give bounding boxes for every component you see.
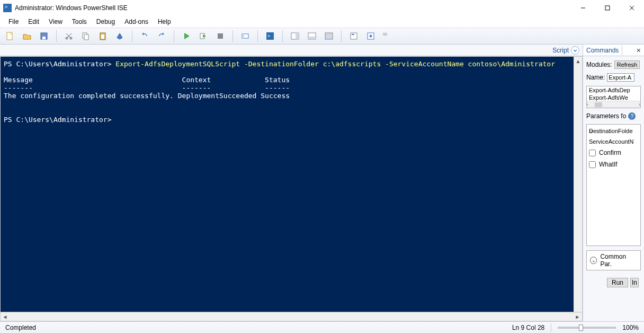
script-tab-label[interactable]: Script (552, 47, 569, 54)
svg-rect-17 (218, 33, 223, 39)
save-icon[interactable] (39, 31, 49, 41)
close-button[interactable] (620, 0, 644, 16)
menu-help[interactable]: Help (154, 17, 175, 27)
refresh-button[interactable]: Refresh (614, 60, 640, 69)
menu-edit[interactable]: Edit (24, 17, 43, 27)
name-label: Name: (586, 74, 605, 81)
console-output[interactable]: PS C:\Users\Administrator> Export-AdfsDe… (0, 56, 574, 312)
menu-addons[interactable]: Add-ons (120, 17, 153, 27)
svg-text:>: > (267, 33, 270, 39)
console-prompt: PS C:\Users\Administrator> (4, 60, 115, 68)
undo-icon[interactable] (140, 31, 149, 41)
zoom-level: 100% (622, 324, 639, 331)
powershell-console-icon[interactable]: > (265, 31, 275, 41)
stop-icon[interactable] (216, 31, 225, 41)
common-parameters-toggle[interactable]: ⌄ Common Par. (586, 250, 641, 270)
layout-right-icon[interactable] (290, 31, 300, 41)
new-icon[interactable] (5, 31, 15, 41)
status-text: Completed (5, 324, 36, 331)
main-pane: Script PS C:\Users\Administrator> Export… (0, 45, 583, 321)
svg-marker-14 (184, 33, 190, 39)
col-header-message: Message (4, 76, 33, 84)
command-list-scrollbar[interactable]: ‹› (587, 101, 640, 108)
run-button[interactable]: Run (607, 278, 628, 287)
confirm-checkbox[interactable]: Confirm (589, 149, 638, 156)
menu-bar: File Edit View Tools Debug Add-ons Help (0, 16, 644, 28)
vertical-scrollbar[interactable]: ▲ (574, 56, 583, 312)
svg-rect-11 (84, 34, 88, 40)
result-message: The configuration completed successfully… (4, 92, 174, 100)
script-tab-strip: Script (0, 45, 583, 56)
insert-button[interactable]: In (630, 278, 639, 287)
list-item[interactable]: Export-AdfsDep (587, 86, 640, 94)
modules-label: Modules: (586, 61, 612, 68)
svg-rect-26 (325, 33, 333, 39)
title-bar: Administrator: Windows PowerShell ISE (0, 0, 644, 16)
minimize-button[interactable] (571, 0, 595, 16)
menu-view[interactable]: View (44, 17, 67, 27)
svg-rect-7 (42, 37, 46, 39)
cursor-position: Ln 9 Col 28 (512, 324, 544, 331)
svg-rect-27 (351, 33, 357, 39)
parameters-box: DestinationFolde ServiceAccountN Confirm… (586, 124, 641, 246)
paste-icon[interactable] (98, 31, 108, 41)
powershell-icon (3, 4, 12, 12)
commands-pane: Commands × Modules: Refresh Name: Export… (583, 45, 644, 321)
cut-icon[interactable] (64, 31, 74, 41)
menu-tools[interactable]: Tools (68, 17, 91, 27)
svg-rect-1 (605, 6, 610, 10)
param-scrollbar[interactable]: ‹› (589, 128, 593, 134)
scroll-up-icon[interactable]: ▲ (574, 57, 582, 66)
run-selection-icon[interactable] (199, 31, 208, 41)
show-command-addon-icon[interactable] (366, 31, 375, 41)
show-command-icon[interactable] (349, 31, 359, 41)
zoom-slider[interactable] (558, 327, 616, 329)
svg-rect-18 (242, 34, 248, 38)
menu-debug[interactable]: Debug (92, 17, 119, 27)
clear-icon[interactable] (115, 31, 124, 41)
svg-point-19 (243, 36, 244, 37)
open-icon[interactable] (22, 31, 32, 41)
console-command: Export-AdfsDeploymentSQLScript -Destinat… (115, 60, 555, 68)
commands-body: Modules: Refresh Name: Export-AdfsDep Ex… (583, 56, 644, 321)
expand-script-icon[interactable] (571, 46, 579, 55)
work-area: Script PS C:\Users\Administrator> Export… (0, 45, 644, 321)
svg-rect-25 (308, 37, 316, 39)
svg-rect-23 (296, 33, 299, 39)
remote-icon[interactable] (240, 31, 250, 41)
help-icon[interactable]: ? (628, 112, 636, 120)
commands-tabs: Commands × (583, 45, 644, 56)
zoom-handle[interactable] (579, 325, 583, 331)
param-destinationfolder: DestinationFolde (589, 128, 638, 134)
list-item[interactable]: Export-AdfsWe (587, 94, 640, 101)
copy-icon[interactable] (81, 31, 91, 41)
toolbar-overflow-icon[interactable] (383, 31, 388, 41)
commands-close-button[interactable]: × (633, 46, 644, 55)
svg-rect-13 (101, 34, 104, 39)
chevron-down-icon: ⌄ (590, 257, 597, 264)
layout-full-icon[interactable] (324, 31, 334, 41)
run-icon[interactable] (182, 31, 191, 41)
svg-rect-4 (7, 32, 12, 40)
horizontal-scrollbar[interactable]: ◄ ► (0, 312, 583, 321)
status-bar: Completed Ln 9 Col 28 100% (0, 321, 644, 333)
menu-file[interactable]: File (4, 17, 23, 27)
scroll-right-icon[interactable]: ► (573, 314, 582, 320)
parameters-label: Parameters fo (586, 112, 626, 120)
whatif-checkbox[interactable]: WhatIf (589, 161, 638, 168)
name-input[interactable] (607, 73, 634, 82)
console-pane: PS C:\Users\Administrator> Export-AdfsDe… (0, 56, 583, 312)
layout-bottom-icon[interactable] (307, 31, 317, 41)
scroll-left-icon[interactable]: ◄ (1, 314, 10, 320)
console-prompt-idle: PS C:\Users\Administrator> (4, 116, 112, 124)
col-header-context: Context (182, 76, 211, 84)
result-status: Success (261, 92, 290, 100)
window-title: Administrator: Windows PowerShell ISE (15, 4, 128, 12)
commands-tab[interactable]: Commands (583, 46, 622, 55)
maximize-button[interactable] (595, 0, 620, 16)
col-header-status: Status (265, 76, 290, 84)
toolbar: > (0, 28, 644, 45)
param-serviceaccountname: ServiceAccountN (589, 138, 638, 145)
command-list[interactable]: Export-AdfsDep Export-AdfsWe ‹› (586, 86, 641, 108)
redo-icon[interactable] (157, 31, 166, 41)
